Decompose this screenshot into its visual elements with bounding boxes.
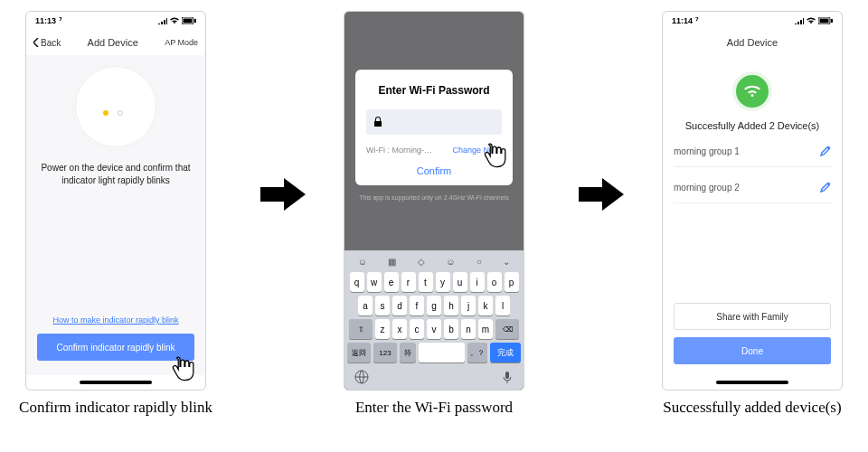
arrow-icon bbox=[260, 176, 306, 212]
done-key[interactable]: 完成 bbox=[490, 343, 521, 363]
wifi-icon bbox=[169, 17, 180, 24]
key[interactable]: f bbox=[410, 296, 424, 315]
key[interactable]: k bbox=[478, 296, 493, 315]
key[interactable]: w bbox=[367, 272, 382, 292]
wifi-icon bbox=[742, 84, 762, 99]
kb-tool-icon[interactable]: ☺ bbox=[358, 257, 367, 267]
globe-icon[interactable] bbox=[354, 370, 369, 384]
shift-key[interactable]: ⇧ bbox=[349, 319, 373, 339]
key[interactable]: i bbox=[470, 272, 485, 292]
wifi-icon bbox=[806, 17, 816, 24]
page-title: Add Device bbox=[88, 37, 138, 48]
back-button[interactable]: Back bbox=[33, 38, 61, 48]
phone-screen-1: 11:13 ⁷ Back Add Device AP Mode Power on… bbox=[25, 11, 206, 391]
screen3-body: Succesfully Added 2 Device(s) morning gr… bbox=[663, 55, 842, 375]
key[interactable]: y bbox=[436, 272, 450, 292]
key[interactable]: t bbox=[419, 272, 433, 292]
led-yellow bbox=[103, 110, 108, 116]
cursor-hand-icon bbox=[479, 139, 510, 170]
confirm-button[interactable]: Confirm bbox=[417, 165, 452, 176]
key[interactable]: s bbox=[375, 296, 390, 315]
key[interactable]: l bbox=[495, 296, 510, 315]
key[interactable]: q bbox=[350, 272, 364, 292]
kb-tool-icon[interactable]: ○ bbox=[476, 257, 482, 267]
key-switch[interactable]: 返回 bbox=[347, 343, 371, 363]
key-symbol[interactable]: 符 bbox=[400, 343, 416, 363]
battery-icon bbox=[818, 17, 833, 24]
key[interactable]: m bbox=[478, 319, 493, 339]
help-link[interactable]: How to make indicator rapidly blink bbox=[52, 315, 178, 325]
svg-rect-4 bbox=[505, 372, 509, 379]
indicator-graphic bbox=[75, 66, 156, 147]
caption-3: Successfully added device(s) bbox=[663, 398, 841, 417]
caption-2: Enter the Wi-Fi password bbox=[355, 398, 513, 417]
key[interactable]: c bbox=[410, 319, 424, 339]
svg-rect-6 bbox=[820, 19, 829, 24]
led-outline bbox=[118, 110, 123, 116]
nav-bar: Add Device bbox=[663, 30, 842, 55]
key-punct[interactable]: 。？ bbox=[467, 343, 487, 363]
key[interactable]: j bbox=[461, 296, 476, 315]
key[interactable]: v bbox=[427, 319, 441, 339]
signal-icon bbox=[795, 17, 804, 24]
key[interactable]: r bbox=[401, 272, 416, 292]
spacebar-key[interactable] bbox=[419, 343, 465, 363]
key-numeric[interactable]: 123 bbox=[373, 343, 397, 363]
phone-screen-2: Enter Wi-Fi Password Wi-Fi : Morning-… C… bbox=[344, 11, 524, 391]
device-name: morning group 1 bbox=[674, 146, 740, 156]
svg-rect-2 bbox=[194, 19, 196, 23]
wifi-name: Wi-Fi : Morning-… bbox=[366, 146, 432, 155]
status-bar: 11:14 ⁷ bbox=[663, 12, 842, 30]
key[interactable]: n bbox=[461, 319, 476, 339]
edit-icon[interactable] bbox=[820, 146, 831, 158]
status-bar: 11:13 ⁷ bbox=[26, 12, 205, 30]
kb-tool-icon[interactable]: ☺ bbox=[446, 257, 455, 267]
device-name: morning group 2 bbox=[674, 183, 740, 193]
mic-icon[interactable] bbox=[501, 371, 514, 383]
key[interactable]: a bbox=[358, 296, 373, 315]
key[interactable]: x bbox=[392, 319, 407, 339]
dialog-title: Enter Wi-Fi Password bbox=[378, 84, 489, 97]
key[interactable]: u bbox=[453, 272, 467, 292]
backspace-key[interactable]: ⌫ bbox=[495, 319, 519, 339]
status-time: 11:14 ⁷ bbox=[672, 16, 699, 25]
key[interactable]: p bbox=[505, 272, 519, 292]
signal-icon bbox=[158, 17, 167, 24]
kb-tool-icon[interactable]: ◇ bbox=[418, 257, 425, 267]
arrow-icon bbox=[579, 176, 624, 212]
key[interactable]: e bbox=[384, 272, 399, 292]
share-button[interactable]: Share with Family bbox=[674, 303, 831, 330]
kb-tool-icon[interactable]: ⌄ bbox=[503, 257, 510, 267]
instruction-text: Power on the device and confirm that ind… bbox=[26, 147, 205, 187]
status-icons bbox=[795, 17, 833, 24]
key[interactable]: g bbox=[427, 296, 441, 315]
edit-icon[interactable] bbox=[820, 182, 831, 194]
key[interactable]: z bbox=[375, 319, 390, 339]
phone-screen-3: 11:14 ⁷ Add Device Succesfully Added 2 D… bbox=[662, 11, 843, 391]
chevron-left-icon bbox=[33, 38, 39, 47]
stage-enter-wifi: Enter Wi-Fi Password Wi-Fi : Morning-… C… bbox=[335, 11, 533, 417]
home-indicator bbox=[80, 381, 152, 384]
mode-link[interactable]: AP Mode bbox=[165, 38, 198, 47]
caption-1: Confirm indicator rapidly blink bbox=[19, 398, 212, 417]
nav-bar: Back Add Device AP Mode bbox=[26, 30, 205, 55]
status-icons bbox=[158, 17, 196, 24]
screen1-body: Power on the device and confirm that ind… bbox=[26, 55, 205, 375]
wifi-note: This app is supported only on 2.4GHz Wi-… bbox=[344, 194, 524, 201]
svg-rect-7 bbox=[831, 19, 833, 23]
password-input[interactable] bbox=[366, 109, 502, 135]
home-indicator bbox=[716, 381, 788, 384]
key[interactable]: o bbox=[487, 272, 502, 292]
keyboard-row-3: ⇧ z x c v b n m ⌫ bbox=[347, 319, 521, 339]
key[interactable]: d bbox=[392, 296, 407, 315]
keyboard-toolbar: ☺ ▦ ◇ ☺ ○ ⌄ bbox=[347, 254, 521, 268]
done-button[interactable]: Done bbox=[674, 337, 831, 364]
key[interactable]: b bbox=[444, 319, 458, 339]
kb-tool-icon[interactable]: ▦ bbox=[388, 257, 396, 267]
key[interactable]: h bbox=[444, 296, 458, 315]
device-row: morning group 1 bbox=[674, 137, 831, 167]
svg-rect-1 bbox=[184, 19, 193, 24]
battery-icon bbox=[182, 17, 196, 24]
device-row: morning group 2 bbox=[674, 173, 831, 203]
cursor-hand-icon bbox=[167, 353, 198, 383]
